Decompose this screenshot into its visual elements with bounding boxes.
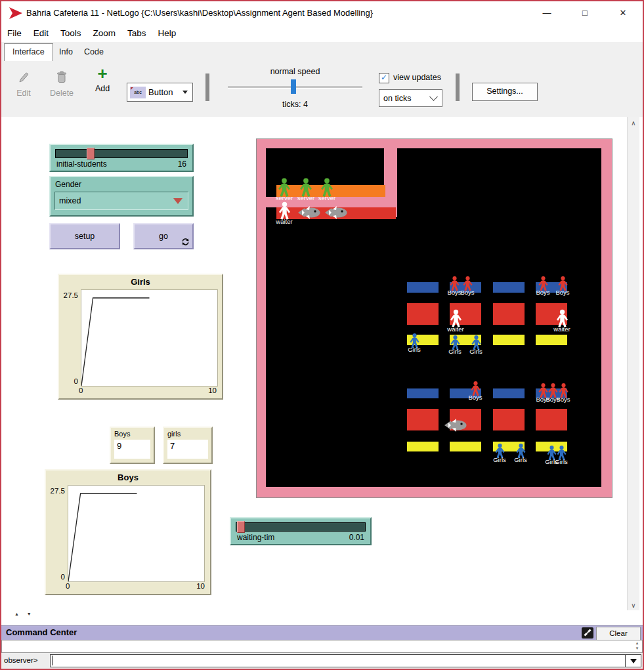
splitter-arrows-icon[interactable]: ▲ ▼ [14, 612, 35, 616]
plot-canvas [81, 289, 218, 387]
slider-track[interactable] [236, 522, 366, 532]
command-input[interactable] [50, 654, 626, 667]
speed-slider-handle[interactable] [291, 79, 296, 94]
table-red-lower [536, 409, 567, 430]
slider-handle[interactable] [237, 521, 245, 533]
x-axis-max-tick: 10 [208, 387, 217, 394]
speed-label: normal speed [228, 67, 362, 76]
window-title: Bahria Cafeteria 11 - NetLogo {C:\Users\… [26, 0, 373, 26]
agent-label: Boys [536, 289, 549, 296]
table-blue-upper [493, 282, 525, 293]
update-mode-dropdown[interactable]: on ticks [379, 89, 442, 107]
monitor-label: Boys [114, 430, 130, 438]
menu-item-zoom[interactable]: Zoom [87, 26, 122, 38]
plot-canvas [68, 485, 205, 582]
speed-slider[interactable] [228, 86, 362, 89]
minimize-button[interactable]: — [532, 0, 561, 26]
world-view[interactable]: server server server waiter Boys Boys Bo… [256, 138, 612, 498]
netlogo-window: Bahria Cafeteria 11 - NetLogo {C:\Users\… [0, 0, 644, 670]
edit-label: Edit [9, 89, 38, 98]
chevron-down-icon [429, 93, 438, 101]
table-red-upper [407, 303, 439, 325]
agent-label: Boys [556, 396, 570, 403]
chooser-label: Gender [55, 180, 81, 189]
scroll-down-icon[interactable]: ∨ [628, 602, 639, 609]
table-red-lower [493, 409, 525, 430]
menu-item-tabs[interactable]: Tabs [121, 26, 152, 38]
mini-scroll-up-icon[interactable]: ▴ [636, 640, 639, 645]
agent-label: waiter [553, 325, 570, 333]
y-axis-max-tick: 27.5 [59, 291, 78, 299]
toolbar-separator [456, 73, 460, 101]
toolbar: Edit Delete + Add abc Button normal spee… [1, 60, 643, 117]
table-yellow-lower [450, 442, 481, 451]
widget-type-dropdown[interactable]: abc Button [127, 83, 193, 102]
tab-interface[interactable]: Interface [4, 43, 53, 61]
monitor-label: girls [167, 430, 181, 438]
plus-icon: + [97, 64, 107, 83]
menu-item-file[interactable]: File [1, 26, 28, 38]
mini-scroll-down-icon[interactable]: ▾ [636, 646, 639, 650]
history-arrow-icon [630, 659, 637, 663]
y-axis-min-tick: 0 [59, 377, 78, 385]
output-mini-scrollbar[interactable]: ▴ ▾ [633, 640, 641, 652]
settings-button[interactable]: Settings... [472, 83, 538, 101]
chooser-value: mixed [59, 196, 81, 205]
close-button[interactable]: ✕ [609, 0, 637, 26]
slider-initial-students[interactable]: initial-students 16 [49, 144, 194, 172]
agent-label: Girls [469, 348, 483, 355]
slider-waiting-time[interactable]: waiting-tim 0.01 [230, 517, 372, 545]
table-blue-upper [407, 282, 439, 293]
slider-label: waiting-tim [237, 533, 274, 542]
chooser-select[interactable]: mixed [54, 192, 188, 210]
agent-label: Boys [460, 289, 474, 296]
edit-button[interactable]: Edit [9, 71, 38, 98]
scroll-up-icon[interactable]: ∧ [628, 119, 639, 127]
command-center-header: Command Center Clear [1, 625, 643, 640]
agent-fish [324, 206, 348, 222]
x-axis-max-tick: 10 [196, 582, 205, 590]
menu-item-tools[interactable]: Tools [54, 26, 87, 38]
slider-track[interactable] [55, 149, 188, 158]
menu-item-edit[interactable]: Edit [28, 26, 54, 38]
menu-item-help[interactable]: Help [152, 26, 182, 38]
table-yellow-lower [407, 442, 439, 451]
command-history-dropdown[interactable] [625, 654, 641, 667]
chooser-gender[interactable]: Gender mixed [49, 176, 194, 217]
title-bar[interactable]: Bahria Cafeteria 11 - NetLogo {C:\Users\… [0, 0, 644, 26]
toolbar-separator [205, 73, 209, 101]
command-center-title: Command Center [6, 627, 77, 637]
chooser-dropdown-icon [173, 198, 182, 204]
delete-label: Delete [42, 89, 81, 98]
tab-code[interactable]: Code [76, 44, 112, 60]
delete-button[interactable]: Delete [42, 71, 81, 98]
view-updates-label: view updates [393, 73, 441, 82]
pencil-icon [18, 71, 30, 84]
command-center-splitter[interactable]: ▲ ▼ [0, 610, 644, 625]
agent-label: waiter [276, 218, 292, 225]
add-button[interactable]: + Add [88, 66, 117, 93]
interface-vertical-scrollbar[interactable]: ∧ ∨ [627, 117, 639, 610]
table-blue-lower [407, 388, 439, 398]
slider-handle[interactable] [87, 148, 95, 159]
agent-label: server [318, 194, 335, 201]
tab-strip: Interface Info Code [1, 42, 643, 60]
monitor-girls: girls 7 [163, 427, 213, 464]
setup-button[interactable]: setup [49, 223, 120, 249]
agent-fish [297, 206, 321, 222]
command-center-output[interactable]: ▴ ▾ [1, 640, 643, 653]
go-button[interactable]: go [133, 223, 194, 249]
agent-label: Girls [408, 346, 421, 353]
widget-type-value: Button [148, 87, 182, 97]
netlogo-icon [9, 7, 23, 20]
x-axis-min-tick: 0 [66, 582, 70, 590]
clear-button[interactable]: Clear [596, 627, 641, 640]
y-axis-max-tick: 27.5 [46, 487, 65, 495]
view-updates-checkbox[interactable]: ✓ [379, 73, 389, 83]
y-axis-min-tick: 0 [46, 573, 65, 581]
command-center-expand-button[interactable] [582, 627, 593, 639]
maximize-button[interactable]: □ [570, 0, 599, 26]
slider-label: initial-students [56, 159, 107, 169]
command-center-input-row: observer> [1, 653, 643, 669]
agent-fish [444, 419, 467, 434]
